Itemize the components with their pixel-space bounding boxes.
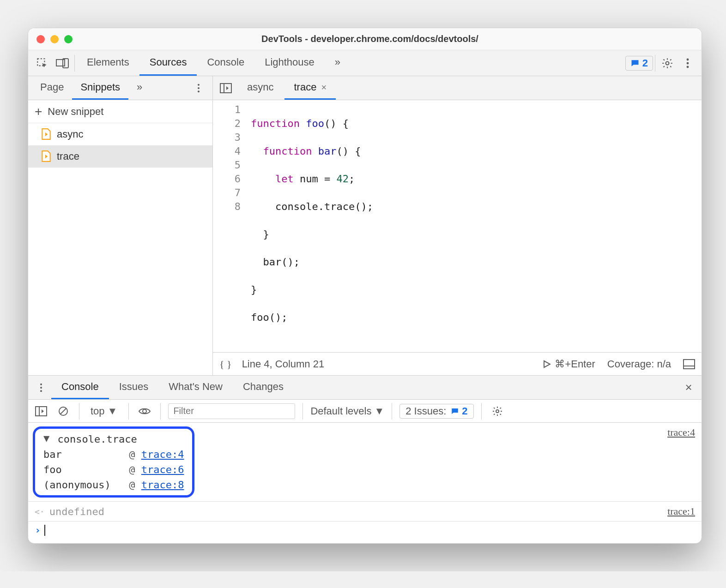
tab-console[interactable]: Console [197, 50, 254, 76]
sidebar-more-icon[interactable] [188, 78, 209, 98]
stack-frame: (anonymous) @ trace:8 [43, 479, 184, 491]
editor-tab-trace[interactable]: trace × [284, 76, 336, 100]
svg-point-14 [40, 383, 42, 385]
separator [481, 403, 482, 420]
editor-statusbar: { } Line 4, Column 21 ⌘+Enter Coverage: … [213, 352, 702, 375]
drawer-tab-issues[interactable]: Issues [109, 376, 159, 399]
svg-point-4 [687, 58, 689, 60]
editor-tabs: async trace × [213, 76, 702, 100]
sidebar-tabs-overflow[interactable]: » [128, 76, 151, 100]
separator [392, 403, 392, 420]
log-levels-select[interactable]: Default levels ▼ [310, 405, 384, 417]
svg-point-3 [666, 61, 669, 65]
snippet-item-trace[interactable]: trace [28, 145, 212, 168]
run-hint: ⌘+Enter [555, 358, 595, 370]
console-issues-box[interactable]: 2 Issues: 2 [399, 404, 473, 419]
code-content: function foo() { function bar() { let nu… [249, 103, 373, 352]
inspect-element-icon[interactable] [32, 53, 52, 73]
console-output: ▼ console.trace bar @ trace:4 foo @ trac… [28, 423, 702, 501]
navigator-toggle-icon[interactable] [216, 78, 236, 98]
sidebar-tab-page[interactable]: Page [32, 76, 72, 100]
minimize-window-button[interactable] [50, 35, 59, 43]
editor-pane: async trace × 12345678 function foo() { … [213, 76, 702, 375]
main-panel-tabs: Elements Sources Console Lighthouse » [77, 50, 351, 76]
disclosure-triangle-icon[interactable]: ▼ [43, 432, 49, 444]
close-window-button[interactable] [36, 35, 45, 43]
message-source-link[interactable]: trace:1 [667, 505, 695, 517]
svg-point-22 [496, 410, 499, 413]
zoom-window-button[interactable] [64, 35, 73, 43]
separator [302, 403, 303, 420]
plus-icon: + [35, 105, 42, 118]
snippet-list: async trace [28, 123, 212, 375]
stack-frame-fn: bar [43, 449, 123, 460]
svg-point-15 [40, 386, 42, 388]
drawer-tab-console[interactable]: Console [51, 376, 109, 399]
svg-point-8 [198, 87, 200, 89]
window-titlebar: DevTools - developer.chrome.com/docs/dev… [28, 28, 702, 50]
device-toolbar-icon[interactable] [52, 53, 73, 73]
separator [655, 55, 655, 72]
stack-frame: bar @ trace:4 [43, 449, 184, 460]
close-drawer-icon[interactable]: × [678, 378, 699, 398]
drawer-tab-changes[interactable]: Changes [233, 376, 294, 399]
stack-frame-link[interactable]: trace:8 [141, 479, 184, 491]
svg-point-5 [687, 62, 689, 64]
drawer-more-icon[interactable] [31, 378, 51, 398]
sidebar-tab-snippets[interactable]: Snippets [72, 76, 128, 100]
console-settings-gear-icon[interactable] [489, 403, 506, 420]
settings-gear-icon[interactable] [657, 53, 678, 73]
pretty-print-button[interactable]: { } [219, 358, 232, 370]
tab-lighthouse[interactable]: Lighthouse [254, 50, 325, 76]
editor-tab-label: trace [294, 81, 316, 93]
console-prompt[interactable]: › [28, 522, 702, 543]
issues-indicator[interactable]: 2 [625, 56, 653, 71]
stack-frame-fn: foo [43, 464, 123, 475]
text-caret [44, 525, 45, 536]
clear-console-icon[interactable] [55, 403, 72, 420]
message-source-link[interactable]: trace:4 [667, 426, 695, 438]
snippet-item-async[interactable]: async [28, 123, 212, 145]
svg-point-21 [143, 409, 146, 413]
close-tab-icon[interactable]: × [321, 82, 327, 93]
svg-rect-17 [36, 407, 47, 416]
tabs-overflow[interactable]: » [325, 50, 351, 76]
console-filter-input[interactable] [168, 403, 295, 419]
issues-count: 2 [642, 57, 648, 69]
braces-icon: { } [219, 358, 232, 370]
separator [79, 403, 79, 420]
separator [160, 403, 161, 420]
stack-frame-link[interactable]: trace:4 [141, 449, 184, 460]
console-sidebar-toggle-icon[interactable] [33, 403, 49, 420]
main-toolbar: Elements Sources Console Lighthouse » 2 [28, 50, 702, 76]
execution-context-select[interactable]: top ▼ [87, 405, 121, 417]
editor-tab-label: async [247, 81, 273, 93]
issues-label: 2 Issues: [405, 405, 446, 417]
return-arrow-icon: <· [35, 507, 45, 516]
svg-point-9 [198, 90, 200, 92]
prompt-glyph-icon: › [35, 524, 41, 536]
more-menu-icon[interactable] [678, 53, 698, 73]
live-expression-icon[interactable] [136, 403, 153, 420]
drawer-tab-whats-new[interactable]: What's New [158, 376, 233, 399]
drawer-tabs: Console Issues What's New Changes × [28, 376, 702, 400]
trace-header[interactable]: ▼ console.trace [43, 433, 184, 445]
svg-point-7 [198, 84, 200, 85]
tab-elements[interactable]: Elements [77, 50, 139, 76]
new-snippet-button[interactable]: + New snippet [28, 100, 212, 123]
snippet-file-icon [41, 128, 51, 140]
sources-sidebar: Page Snippets » + New snippet async [28, 76, 213, 375]
run-snippet-button[interactable]: ⌘+Enter [543, 358, 595, 370]
debugger-toggle-icon[interactable] [683, 359, 695, 369]
stack-frame: foo @ trace:6 [43, 464, 184, 475]
traffic-lights [36, 35, 73, 43]
console-toolbar: top ▼ Default levels ▼ 2 Issues: 2 [28, 400, 702, 423]
tab-sources[interactable]: Sources [139, 50, 197, 76]
play-icon [543, 360, 551, 368]
svg-point-16 [40, 390, 42, 392]
stack-frame-fn: (anonymous) [43, 479, 123, 491]
devtools-window: DevTools - developer.chrome.com/docs/dev… [28, 28, 702, 544]
editor-tab-async[interactable]: async [238, 76, 283, 100]
code-editor[interactable]: 12345678 function foo() { function bar()… [213, 100, 702, 352]
stack-frame-link[interactable]: trace:6 [141, 464, 184, 475]
